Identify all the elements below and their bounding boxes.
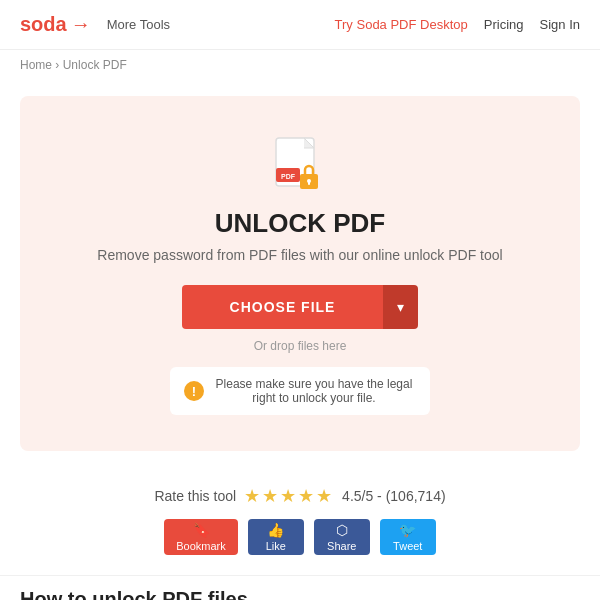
warning-text: Please make sure you have the legal righ… [212,377,416,405]
tweet-label: Tweet [393,540,422,552]
breadcrumb-current: Unlock PDF [63,58,127,72]
hero-section: PDF UNLOCK PDF Remove password from PDF … [20,96,580,451]
warning-icon: ! [184,381,204,401]
share-icon: ⬡ [336,522,348,538]
choose-file-button[interactable]: CHOOSE FILE [182,285,384,329]
try-desktop-link[interactable]: Try Soda PDF Desktop [335,17,468,32]
sign-in-link[interactable]: Sign In [540,17,580,32]
twitter-icon: 🐦 [399,522,416,538]
more-tools-link[interactable]: More Tools [107,17,170,32]
stars[interactable]: ★★★★★ [244,485,334,507]
breadcrumb: Home › Unlock PDF [0,50,600,80]
chevron-down-icon: ▾ [397,299,404,315]
like-label: Like [266,540,286,552]
logo-arrow-icon: → [71,13,91,36]
thumbs-up-icon: 👍 [267,522,284,538]
tweet-button[interactable]: 🐦 Tweet [380,519,436,555]
logo-text: soda [20,13,67,36]
pricing-link[interactable]: Pricing [484,17,524,32]
share-button[interactable]: ⬡ Share [314,519,370,555]
header-left: soda → More Tools [20,13,170,36]
warning-box: ! Please make sure you have the legal ri… [170,367,430,415]
rating-value: 4.5/5 - (106,714) [342,488,446,504]
choose-file-row: CHOOSE FILE ▾ [182,285,419,329]
bookmark-button[interactable]: 🔖 Bookmark [164,519,238,555]
like-button[interactable]: 👍 Like [248,519,304,555]
breadcrumb-separator: › [55,58,59,72]
rate-label: Rate this tool [154,488,236,504]
bookmark-icon: 🔖 [193,522,210,538]
bookmark-label: Bookmark [176,540,226,552]
rating-section: Rate this tool ★★★★★ 4.5/5 - (106,714) [0,467,600,519]
hero-title: UNLOCK PDF [215,208,385,239]
breadcrumb-home[interactable]: Home [20,58,52,72]
logo[interactable]: soda → [20,13,91,36]
how-to-section: How to unlock PDF files ① Choose a file … [0,575,600,600]
header: soda → More Tools Try Soda PDF Desktop P… [0,0,600,50]
header-right: Try Soda PDF Desktop Pricing Sign In [335,17,580,32]
drop-text: Or drop files here [254,339,347,353]
how-to-title: How to unlock PDF files [20,588,580,600]
choose-file-dropdown-button[interactable]: ▾ [383,285,418,329]
svg-text:PDF: PDF [281,173,296,180]
social-row: 🔖 Bookmark 👍 Like ⬡ Share 🐦 Tweet [0,519,600,575]
share-label: Share [327,540,356,552]
hero-subtitle: Remove password from PDF files with our … [97,247,502,263]
svg-rect-5 [308,181,310,185]
pdf-lock-icon: PDF [274,136,326,196]
